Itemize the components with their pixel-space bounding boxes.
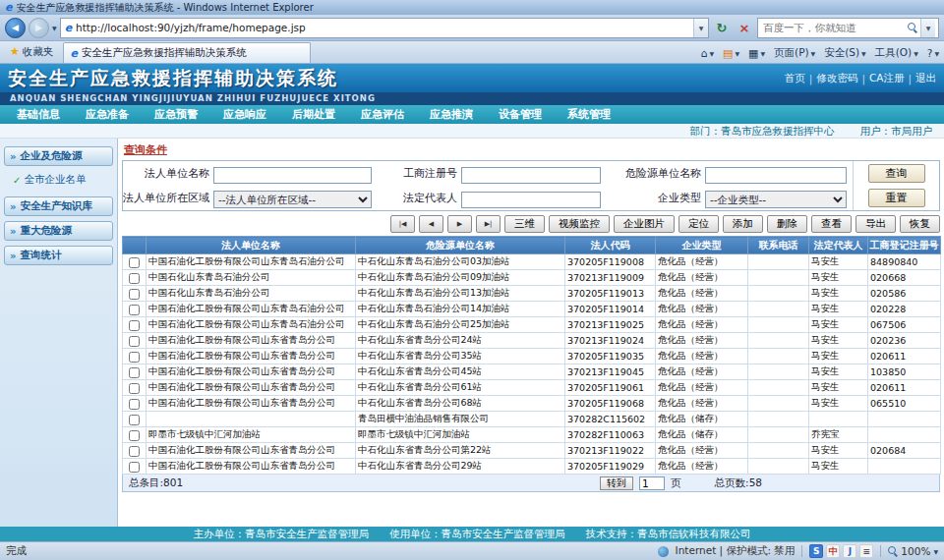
last-page-button[interactable]: ▶| bbox=[476, 215, 501, 233]
goto-page-button[interactable]: 转到 bbox=[600, 476, 633, 490]
prev-page-button[interactable]: ◀ bbox=[419, 215, 443, 233]
row-checkbox[interactable] bbox=[129, 462, 140, 473]
search-icon[interactable] bbox=[908, 23, 917, 32]
row-checkbox[interactable] bbox=[129, 305, 140, 315]
sidebar-group-3[interactable]: »重大危险源 bbox=[4, 221, 113, 241]
ime-chinese-mode-icon[interactable]: 中 bbox=[826, 544, 840, 558]
status-bar: 完成 Internet | 保护模式: 禁用 S中J≡ 100% ▼ bbox=[0, 541, 944, 560]
row-checkbox[interactable] bbox=[129, 273, 140, 284]
address-dropdown-icon[interactable]: ▼ bbox=[693, 19, 708, 37]
table-cell: 马安生 bbox=[809, 443, 868, 459]
ime-layout-icon[interactable]: J bbox=[843, 544, 856, 558]
export-button[interactable]: 导出 bbox=[856, 215, 896, 233]
search-button[interactable]: 查询 bbox=[868, 164, 925, 183]
sogou-ime-icon[interactable]: S bbox=[809, 544, 823, 558]
menu-item-8[interactable]: 设备管理 bbox=[486, 105, 555, 124]
sidebar-group-1[interactable]: »企业及危险源 bbox=[4, 146, 113, 166]
table-cell: 危化品（经营） bbox=[656, 286, 748, 302]
header-links: 首页|修改密码|CA注册|退出 bbox=[785, 72, 936, 85]
locate-button[interactable]: 定位 bbox=[678, 215, 719, 233]
total-items-label: 总条目:801 bbox=[129, 476, 594, 490]
representative-input[interactable] bbox=[461, 192, 601, 208]
menu-item-2[interactable]: 应急准备 bbox=[73, 105, 142, 124]
restore-button[interactable]: 恢复 bbox=[900, 215, 940, 233]
safety-menu-button[interactable]: 安全(S)▼ bbox=[824, 46, 865, 60]
header-link-2[interactable]: 修改密码 bbox=[816, 72, 857, 85]
menu-item-1[interactable]: 基础信息 bbox=[4, 105, 73, 124]
ime-menu-icon[interactable]: ≡ bbox=[859, 544, 873, 558]
check-icon: ✓ bbox=[13, 175, 21, 186]
menu-item-3[interactable]: 应急预警 bbox=[142, 105, 210, 124]
region-select[interactable]: --法人单位所在区域-- bbox=[213, 191, 372, 208]
company-type-select[interactable]: --企业类型-- bbox=[705, 191, 847, 208]
query-section-title: 查询条件 bbox=[122, 140, 940, 160]
menu-item-4[interactable]: 应急响应 bbox=[210, 105, 279, 124]
header-link-4[interactable]: 退出 bbox=[915, 72, 936, 85]
row-check-cell bbox=[123, 270, 147, 286]
sidebar-group-4[interactable]: »查询统计 bbox=[4, 246, 113, 265]
page-number-input[interactable] bbox=[639, 476, 665, 490]
row-checkbox[interactable] bbox=[129, 336, 140, 347]
zoom-control[interactable]: 100% ▼ bbox=[888, 545, 938, 557]
row-checkbox[interactable] bbox=[129, 430, 140, 441]
help-menu-button[interactable]: ?▼ bbox=[927, 47, 939, 59]
sidebar-item[interactable]: ✓全市企业名单 bbox=[4, 171, 113, 189]
recent-pages-dropdown-icon[interactable]: ▼ bbox=[52, 25, 57, 31]
search-input[interactable] bbox=[763, 22, 905, 33]
row-checkbox[interactable] bbox=[129, 320, 140, 331]
select-all-header bbox=[123, 237, 147, 254]
feeds-icon: ▤ bbox=[723, 47, 733, 60]
print-button[interactable]: ▦▼ bbox=[748, 47, 765, 60]
three-d-button[interactable]: 三维 bbox=[504, 215, 545, 233]
row-checkbox[interactable] bbox=[129, 399, 140, 410]
next-page-button[interactable]: ▶ bbox=[447, 215, 472, 233]
favorites-button[interactable]: ★ 收藏夹 bbox=[5, 42, 58, 61]
view-button[interactable]: 查看 bbox=[811, 215, 852, 233]
stop-button[interactable]: × bbox=[735, 18, 754, 37]
hazard-name-input[interactable] bbox=[705, 167, 847, 184]
header-link-1[interactable]: 首页 bbox=[785, 72, 805, 85]
menu-item-6[interactable]: 应急评估 bbox=[348, 105, 417, 124]
sidebar-group-2[interactable]: »安全生产知识库 bbox=[4, 196, 113, 216]
menu-item-5[interactable]: 后期处置 bbox=[279, 105, 348, 124]
menu-item-7[interactable]: 应急推演 bbox=[417, 105, 486, 124]
video-monitor-button[interactable]: 视频监控 bbox=[549, 215, 610, 233]
home-button[interactable]: ⌂▼ bbox=[700, 47, 714, 60]
legal-name-input[interactable] bbox=[213, 167, 372, 184]
row-checkbox[interactable] bbox=[129, 367, 140, 378]
delete-button[interactable]: 删除 bbox=[767, 215, 807, 233]
table-cell: 马安生 bbox=[809, 286, 868, 302]
table-cell: 即墨市七级镇中汇河加油站 bbox=[356, 427, 565, 443]
company-photo-button[interactable]: 企业图片 bbox=[614, 215, 675, 233]
browser-tab[interactable]: e 安全生产应急救援指挥辅助决策系统 bbox=[63, 42, 311, 63]
row-checkbox[interactable] bbox=[129, 352, 140, 363]
row-checkbox[interactable] bbox=[129, 257, 140, 268]
table-cell: 中石化山东省青岛分公司61站 bbox=[356, 380, 565, 396]
address-bar[interactable]: e http://localhost:90/yjzh/frame/homepag… bbox=[60, 18, 709, 38]
row-checkbox[interactable] bbox=[129, 289, 140, 300]
total-pages-label: 总页数:58 bbox=[715, 476, 762, 490]
tools-menu-button[interactable]: 工具(O)▼ bbox=[875, 46, 918, 60]
search-dropdown-icon[interactable]: ▼ bbox=[920, 19, 935, 37]
first-page-button[interactable]: |◀ bbox=[390, 215, 415, 233]
row-checkbox[interactable] bbox=[129, 383, 140, 394]
table-cell: 020611 bbox=[868, 380, 941, 396]
row-checkbox[interactable] bbox=[129, 415, 140, 425]
feeds-button[interactable]: ▤▼ bbox=[723, 47, 739, 60]
menu-item-9[interactable]: 系统管理 bbox=[555, 105, 623, 124]
reset-button[interactable]: 重置 bbox=[868, 189, 925, 207]
page-menu-button[interactable]: 页面(P)▼ bbox=[774, 46, 815, 60]
tab-favicon: e bbox=[70, 47, 77, 60]
row-checkbox[interactable] bbox=[129, 446, 140, 457]
forward-button[interactable]: ▶ bbox=[29, 18, 49, 38]
table-cell: 020668 bbox=[868, 270, 941, 286]
query-form: 法人单位名称 工商注册号 危险源单位名称 查询 法人单位所在区域 --法人单位所… bbox=[122, 160, 940, 211]
search-box[interactable]: ▼ bbox=[757, 18, 939, 38]
refresh-button[interactable]: ↻ bbox=[712, 18, 732, 37]
status-text: 完成 bbox=[6, 544, 27, 558]
header-link-3[interactable]: CA注册 bbox=[869, 72, 905, 85]
table-row: 中国石油化工股份有限公司山东青岛石油分公司中石化山东青岛石油分公司25加油站37… bbox=[123, 317, 941, 333]
back-button[interactable]: ◀ bbox=[5, 18, 26, 38]
business-reg-input[interactable] bbox=[461, 167, 601, 184]
add-button[interactable]: 添加 bbox=[723, 215, 763, 233]
